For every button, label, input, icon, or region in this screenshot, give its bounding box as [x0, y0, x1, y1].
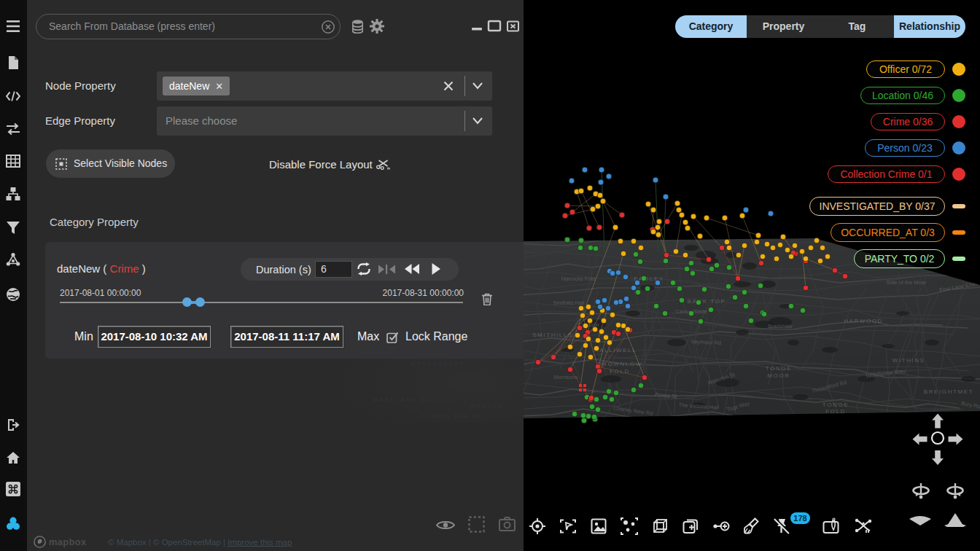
svg-text:Bradshaw: Bradshaw	[768, 323, 793, 329]
svg-text:TONGE: TONGE	[766, 365, 792, 372]
svg-text:BREIGHTMET: BREIGHTMET	[924, 388, 973, 395]
svg-text:TONGE: TONGE	[648, 465, 674, 472]
svg-text:Smithills Hall: Smithills Hall	[553, 300, 585, 306]
svg-text:MOOR: MOOR	[767, 372, 790, 379]
svg-text:BANK TOP: BANK TOP	[688, 298, 726, 305]
svg-text:Harrocks Fold: Harrocks Fold	[561, 276, 596, 282]
svg-text:FOLD: FOLD	[650, 472, 671, 478]
svg-text:HARWOOD: HARWOOD	[844, 318, 883, 324]
svg-text:Morrisons: Morrisons	[554, 374, 578, 380]
svg-text:Side of the Moor: Side of the Moor	[886, 279, 927, 286]
svg-text:BROWNLOW: BROWNLOW	[597, 361, 642, 367]
svg-text:WITHINS: WITHINS	[892, 357, 925, 364]
svg-text:FOLD: FOLD	[825, 408, 846, 415]
svg-text:TONGE: TONGE	[822, 402, 849, 408]
svg-text:HALLIWELL: HALLIWELL	[594, 347, 637, 353]
